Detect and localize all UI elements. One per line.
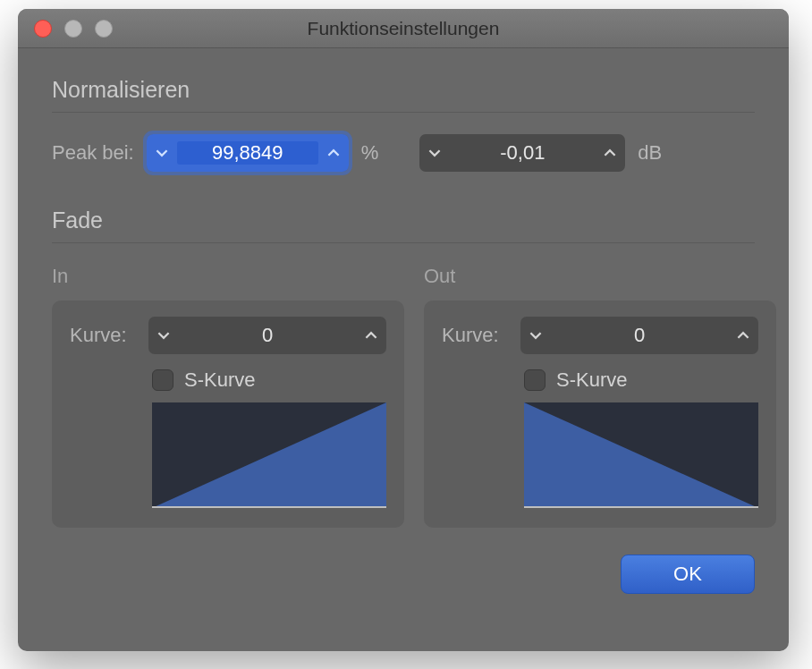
zoom-icon	[95, 20, 113, 38]
fade-in-curve-value[interactable]: 0	[179, 324, 356, 347]
close-icon[interactable]	[34, 20, 52, 38]
chevron-down-icon[interactable]	[419, 134, 450, 172]
peak-row: Peak bei: 99,8849 % -0,01	[52, 134, 755, 172]
fade-in-column: In Kurve: 0	[52, 265, 404, 528]
svg-marker-1	[524, 402, 758, 508]
fade-out-panel: Kurve: 0 S-Kurve	[424, 301, 776, 528]
svg-marker-0	[152, 402, 386, 508]
fade-section-title: Fade	[52, 207, 755, 233]
fade-in-curve-label: Kurve:	[70, 324, 138, 347]
traffic-lights	[34, 20, 113, 38]
fade-in-curve-stepper[interactable]: 0	[148, 317, 386, 354]
chevron-up-icon[interactable]	[356, 317, 386, 354]
fade-in-heading: In	[52, 265, 404, 288]
fade-columns: In Kurve: 0	[52, 265, 755, 528]
fade-in-scurve-label: S-Kurve	[184, 368, 255, 392]
db-unit: dB	[638, 141, 662, 165]
dialog-content: Normalisieren Peak bei: 99,8849 %	[18, 48, 789, 617]
fade-in-panel: Kurve: 0 S-Kurve	[52, 301, 404, 528]
fade-out-curve-label: Kurve:	[442, 324, 510, 347]
minimize-icon	[64, 20, 82, 38]
percent-unit: %	[361, 141, 379, 165]
chevron-down-icon[interactable]	[147, 134, 177, 172]
fade-out-preview	[524, 402, 758, 508]
chevron-up-icon[interactable]	[318, 134, 349, 172]
chevron-down-icon[interactable]	[148, 317, 179, 354]
chevron-up-icon[interactable]	[595, 134, 625, 172]
dialog-window: Funktionseinstellungen Normalisieren Pea…	[18, 9, 789, 651]
normalize-section-title: Normalisieren	[52, 77, 755, 103]
chevron-down-icon[interactable]	[520, 317, 551, 354]
divider	[52, 242, 755, 243]
peak-label: Peak bei:	[52, 141, 134, 165]
fade-out-curve-stepper[interactable]: 0	[520, 317, 758, 354]
chevron-up-icon[interactable]	[728, 317, 758, 354]
window-title: Funktionseinstellungen	[18, 18, 789, 39]
peak-db-value[interactable]: -0,01	[450, 141, 595, 165]
fade-out-heading: Out	[424, 265, 776, 288]
peak-percent-value[interactable]: 99,8849	[177, 141, 318, 165]
divider	[52, 112, 755, 113]
fade-out-curve-value[interactable]: 0	[551, 324, 728, 347]
titlebar: Funktionseinstellungen	[18, 9, 789, 48]
fade-in-scurve-checkbox[interactable]	[152, 369, 173, 391]
fade-out-scurve-label: S-Kurve	[556, 368, 627, 392]
ok-button[interactable]: OK	[621, 555, 755, 594]
peak-percent-stepper[interactable]: 99,8849	[147, 134, 349, 172]
peak-db-stepper[interactable]: -0,01	[419, 134, 625, 172]
fade-in-preview	[152, 402, 386, 508]
fade-out-column: Out Kurve: 0	[424, 265, 776, 528]
fade-out-scurve-checkbox[interactable]	[524, 369, 546, 391]
